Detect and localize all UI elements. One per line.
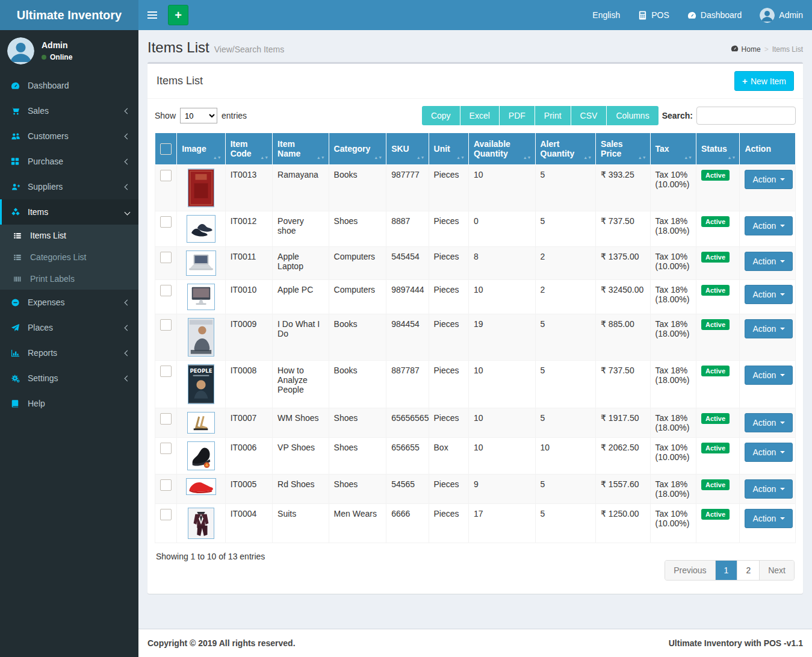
sidebar-item-items[interactable]: Items [0, 199, 138, 225]
status-badge: Active [701, 479, 730, 490]
language-menu[interactable]: English [583, 0, 629, 30]
row-checkbox[interactable] [160, 285, 172, 296]
status-cell: Active [696, 314, 739, 361]
table-footer: Showing 1 to 10 of 13 entries Previous 1… [155, 543, 796, 587]
list-icon [13, 254, 25, 261]
plus-icon: + [742, 76, 748, 86]
search-input[interactable] [696, 107, 796, 125]
row-checkbox[interactable] [160, 170, 172, 181]
header-alert-quantity[interactable]: Alert Quantity▲▼ [535, 133, 596, 165]
csv-button[interactable]: CSV [571, 106, 607, 125]
row-checkbox[interactable] [160, 366, 172, 377]
row-checkbox[interactable] [160, 216, 172, 228]
excel-button[interactable]: Excel [460, 106, 500, 125]
row-checkbox[interactable] [160, 509, 172, 520]
sidebar-toggle-icon[interactable] [138, 0, 166, 30]
table-info: Showing 1 to 10 of 13 entries [156, 552, 265, 561]
copy-button[interactable]: Copy [422, 106, 460, 125]
header-tax[interactable]: Tax▲▼ [650, 133, 696, 165]
sort-icon: ▲▼ [684, 156, 692, 159]
row-checkbox[interactable] [160, 413, 172, 425]
action-button[interactable]: Action [745, 252, 793, 271]
table-row: PEOPLE IT0008 How to Analyze People Book… [155, 361, 796, 408]
status-cell: Active [696, 247, 739, 280]
item-code-cell: IT0006 [225, 438, 272, 475]
sidebar-item-customers[interactable]: Customers [0, 123, 138, 149]
product-thumbnail [177, 408, 225, 438]
panel-header: Items List + New Item [147, 64, 803, 99]
row-checkbox[interactable] [160, 479, 172, 491]
status-cell: Active [696, 280, 739, 314]
sidebar-item-purchase[interactable]: Purchase [0, 149, 138, 174]
sidebar-item-places[interactable]: Places [0, 315, 138, 340]
sidebar-item-items-list[interactable]: Items List [0, 225, 138, 246]
pagination-previous[interactable]: Previous [665, 561, 715, 580]
action-button[interactable]: Action [745, 170, 793, 189]
sidebar-item-categories-list[interactable]: Categories List [0, 246, 138, 268]
action-cell: Action [740, 211, 796, 247]
tax-cell: Tax 10% (10.00%) [650, 165, 696, 211]
sort-icon: ▲▼ [374, 156, 382, 159]
unit-cell: Pieces [429, 314, 468, 361]
header-available-quantity[interactable]: Available Quantity▲▼ [468, 133, 535, 165]
pagination-next[interactable]: Next [760, 561, 794, 580]
item-code-cell: IT0008 [225, 361, 272, 408]
action-button[interactable]: Action [745, 285, 793, 304]
export-buttons: Copy Excel PDF Print CSV Columns [422, 106, 659, 125]
sku-cell: 9897444 [386, 280, 429, 314]
columns-button[interactable]: Columns [607, 106, 658, 125]
header-status[interactable]: Status▲▼ [696, 133, 739, 165]
sidebar-item-settings[interactable]: Settings [0, 366, 138, 391]
header-sku[interactable]: SKU▲▼ [386, 133, 429, 165]
sidebar-item-expenses[interactable]: Expenses [0, 290, 138, 315]
breadcrumb-home[interactable]: Home [731, 45, 761, 54]
sidebar-item-suppliers[interactable]: Suppliers [0, 174, 138, 199]
status-badge: Active [701, 413, 730, 424]
action-button[interactable]: Action [745, 216, 793, 235]
row-checkbox[interactable] [160, 252, 172, 263]
header-sales-price[interactable]: Sales Price▲▼ [596, 133, 651, 165]
action-button[interactable]: Action [745, 479, 793, 499]
dashboard-link[interactable]: Dashboard [678, 0, 751, 30]
action-button[interactable]: Action [745, 509, 793, 528]
pagination-page-1[interactable]: 1 [716, 561, 738, 580]
sidebar-item-sales[interactable]: Sales [0, 98, 138, 123]
page-length-select[interactable]: 10 [180, 108, 217, 123]
action-button[interactable]: Action [745, 443, 793, 462]
pagination-page-2[interactable]: 2 [737, 561, 760, 580]
user-menu[interactable]: Admin [751, 0, 812, 30]
sales-price-cell: ₹ 2062.50 [596, 438, 651, 475]
status-badge: Active [701, 170, 730, 181]
action-cell: Action [740, 247, 796, 280]
item-name-cell: How to Analyze People [273, 361, 329, 408]
sidebar-item-reports[interactable]: Reports [0, 340, 138, 366]
calculator-icon [638, 11, 647, 20]
action-button[interactable]: Action [745, 366, 793, 385]
print-button[interactable]: Print [535, 106, 571, 125]
header-item-code[interactable]: Item Code▲▼ [225, 133, 272, 165]
pos-link[interactable]: POS [629, 0, 678, 30]
chevron-down-icon [125, 209, 131, 215]
row-checkbox[interactable] [160, 319, 172, 331]
row-checkbox[interactable] [160, 443, 172, 454]
sidebar-item-print-labels[interactable]: Print Labels [0, 268, 138, 290]
action-button[interactable]: Action [745, 413, 793, 432]
header-unit[interactable]: Unit▲▼ [429, 133, 468, 165]
item-code-cell: IT0012 [225, 211, 272, 247]
action-button[interactable]: Action [745, 319, 793, 338]
bar-chart-icon [11, 349, 23, 358]
product-thumbnail [177, 438, 225, 475]
header-item-name[interactable]: Item Name▲▼ [273, 133, 329, 165]
header-image[interactable]: Image▲▼ [177, 133, 225, 165]
pdf-button[interactable]: PDF [500, 106, 535, 125]
sku-cell: 545454 [386, 247, 429, 280]
status-badge: Active [701, 216, 730, 227]
new-item-button[interactable]: + New Item [734, 71, 794, 91]
header-category[interactable]: Category▲▼ [329, 133, 386, 165]
sidebar-item-dashboard[interactable]: Dashboard [0, 73, 138, 98]
select-all-checkbox[interactable] [160, 143, 172, 155]
quick-add-button[interactable]: + [168, 5, 188, 25]
table-row: IT0006 VP Shoes Shoes 656655 Box 10 10 ₹… [155, 438, 796, 475]
sidebar-item-help[interactable]: Help [0, 391, 138, 416]
app-logo[interactable]: Ultimate Inventory [0, 0, 138, 30]
